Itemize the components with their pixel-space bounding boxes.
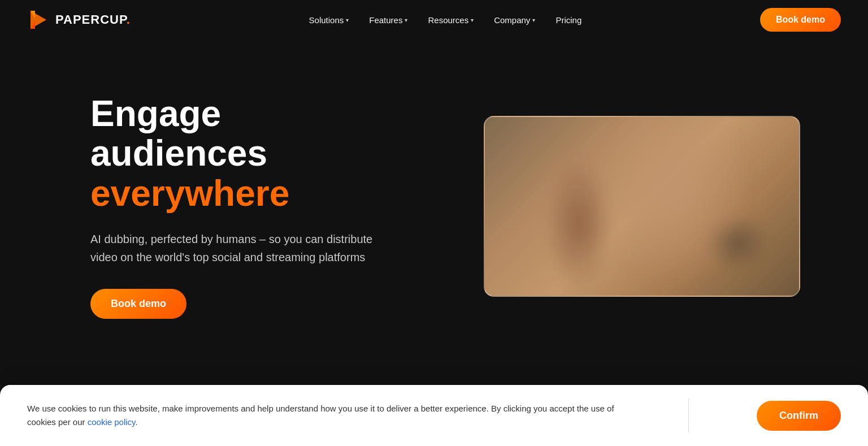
- video-dark-overlay: [485, 117, 799, 296]
- nav-item-features[interactable]: Features ▾: [369, 15, 407, 25]
- cookie-confirm-button[interactable]: Confirm: [757, 401, 841, 431]
- nav-label-pricing: Pricing: [555, 15, 581, 25]
- nav-label-resources: Resources: [428, 15, 468, 25]
- logo[interactable]: PAPERCUP.: [27, 8, 131, 31]
- hero-title-line2: everywhere: [90, 173, 289, 214]
- hero-section: Engage audiences everywhere AI dubbing, …: [0, 40, 868, 373]
- nav-label-company: Company: [494, 15, 530, 25]
- cookie-banner: We use cookies to run this website, make…: [0, 385, 868, 446]
- chevron-down-icon: ▾: [405, 17, 407, 23]
- papercup-logo-icon: [27, 8, 50, 31]
- nav-book-demo-button[interactable]: Book demo: [760, 8, 841, 32]
- nav-label-solutions: Solutions: [309, 15, 344, 25]
- hero-title-line1: Engage audiences: [90, 93, 267, 174]
- hero-book-demo-button[interactable]: Book demo: [90, 289, 186, 319]
- nav-item-resources[interactable]: Resources ▾: [428, 15, 474, 25]
- nav-label-features: Features: [369, 15, 402, 25]
- cookie-policy-link[interactable]: cookie policy: [88, 417, 136, 427]
- nav-item-solutions[interactable]: Solutions ▾: [309, 15, 349, 25]
- hero-content: Engage audiences everywhere AI dubbing, …: [90, 94, 407, 319]
- chevron-down-icon: ▾: [471, 17, 474, 23]
- cookie-link-suffix: .: [136, 417, 138, 427]
- cookie-divider: [688, 399, 689, 432]
- nav-links: Solutions ▾ Features ▾ Resources ▾ Compa…: [309, 15, 582, 25]
- chevron-down-icon: ▾: [532, 17, 535, 23]
- hero-description: AI dubbing, perfected by humans – so you…: [90, 230, 373, 266]
- cookie-message: We use cookies to run this website, make…: [27, 402, 620, 429]
- nav-item-pricing[interactable]: Pricing: [555, 15, 581, 25]
- logo-text: PAPERCUP.: [55, 12, 131, 27]
- chevron-down-icon: ▾: [346, 17, 349, 23]
- navbar: PAPERCUP. Solutions ▾ Features ▾ Resourc…: [0, 0, 868, 40]
- nav-item-company[interactable]: Company ▾: [494, 15, 535, 25]
- hero-video-thumbnail: [484, 116, 800, 297]
- hero-title: Engage audiences everywhere: [90, 94, 407, 213]
